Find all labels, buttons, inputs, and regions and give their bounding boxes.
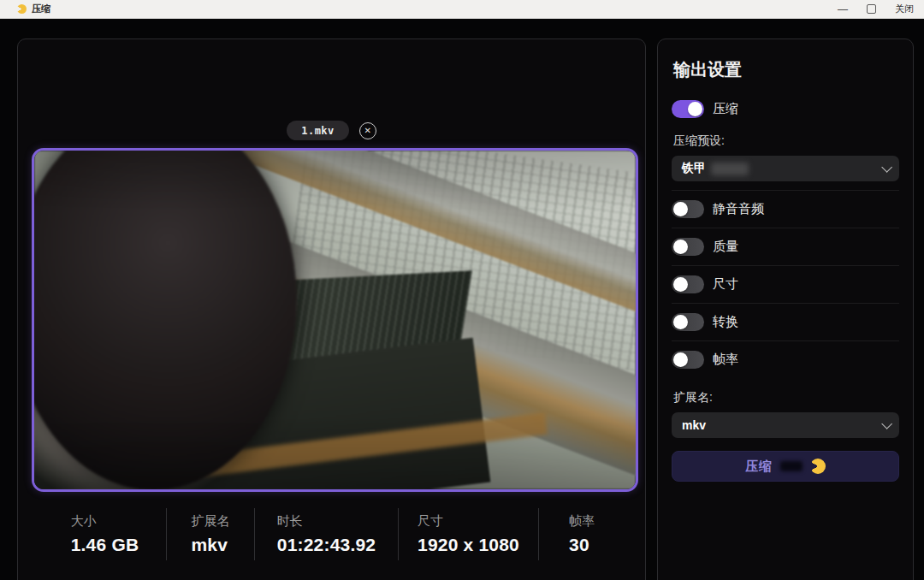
panel-title: 输出设置: [673, 58, 899, 81]
stat-label: 时长: [277, 513, 376, 530]
quality-label: 质量: [713, 239, 738, 255]
blurred-text-patch: [780, 461, 803, 471]
file-tab-row: 1.mkv ✕: [18, 121, 645, 140]
framerate-label: 帧率: [713, 352, 738, 368]
dimensions-row: 尺寸: [672, 265, 899, 303]
maximize-button[interactable]: [867, 4, 876, 14]
video-preview[interactable]: [32, 148, 638, 492]
mute-audio-toggle[interactable]: [672, 200, 704, 218]
close-button[interactable]: 关闭: [895, 3, 914, 15]
video-stats: 大小 1.46 GB 扩展名 mkv 时长 01:22:43.92 尺寸: [44, 508, 625, 560]
app-window: 压缩 — 关闭 1.mkv ✕: [0, 0, 924, 580]
blurred-text-patch: [711, 163, 749, 175]
compress-button-label: 压缩: [745, 459, 773, 475]
preview-panel: 1.mkv ✕ 大小: [17, 38, 646, 580]
video-still-cityscape: [34, 151, 636, 489]
extension-value: mkv: [682, 418, 706, 432]
framerate-toggle[interactable]: [672, 351, 704, 369]
extension-select[interactable]: mkv: [672, 412, 899, 438]
quality-row: 质量: [672, 228, 899, 265]
convert-toggle[interactable]: [672, 313, 704, 331]
quality-toggle[interactable]: [672, 238, 704, 256]
extension-label: 扩展名:: [673, 390, 899, 405]
minimize-button[interactable]: —: [838, 4, 848, 15]
stat-label: 大小: [71, 513, 139, 530]
title-bar: 压缩 — 关闭: [0, 0, 924, 19]
stat-duration: 时长 01:22:43.92: [254, 508, 398, 560]
pacman-icon: [810, 459, 826, 474]
preset-label: 压缩预设:: [673, 133, 899, 149]
file-tab[interactable]: 1.mkv: [287, 121, 349, 140]
chevron-down-icon: [881, 162, 892, 173]
output-settings-panel: 输出设置 压缩 压缩预设: 铁甲 静音音频 质量 尺寸: [657, 38, 914, 580]
compress-toggle-label: 压缩: [713, 101, 738, 117]
stat-value: 1.46 GB: [71, 535, 139, 555]
remove-file-icon[interactable]: ✕: [359, 122, 376, 139]
mute-audio-row: 静音音频: [672, 190, 899, 228]
stat-framerate: 帧率 30: [538, 508, 625, 560]
compress-toggle[interactable]: [672, 100, 704, 118]
stat-dimensions: 尺寸 1920 x 1080: [398, 508, 538, 560]
dimensions-toggle[interactable]: [672, 275, 704, 293]
convert-label: 转换: [713, 314, 738, 330]
stat-size: 大小 1.46 GB: [44, 508, 166, 560]
compress-toggle-row: 压缩: [672, 100, 899, 118]
stat-label: 尺寸: [418, 513, 519, 530]
stat-value: mkv: [192, 535, 230, 555]
convert-row: 转换: [672, 303, 899, 340]
app-pacman-icon: [17, 4, 27, 14]
stat-label: 扩展名: [192, 513, 230, 530]
stat-value: 1920 x 1080: [418, 535, 519, 555]
stat-label: 帧率: [569, 513, 595, 530]
stat-value: 01:22:43.92: [277, 535, 376, 555]
stat-extension: 扩展名 mkv: [166, 508, 254, 560]
window-title: 压缩: [32, 3, 50, 15]
stat-value: 30: [569, 535, 595, 555]
preset-value: 铁甲: [682, 161, 706, 176]
preset-select[interactable]: 铁甲: [672, 156, 899, 181]
compress-button[interactable]: 压缩: [672, 451, 899, 482]
chevron-down-icon: [881, 418, 892, 429]
framerate-row: 帧率: [672, 340, 899, 378]
option-toggle-list: 静音音频 质量 尺寸 转换 帧率: [672, 190, 899, 378]
mute-audio-label: 静音音频: [713, 201, 764, 217]
dimensions-label: 尺寸: [713, 276, 738, 293]
